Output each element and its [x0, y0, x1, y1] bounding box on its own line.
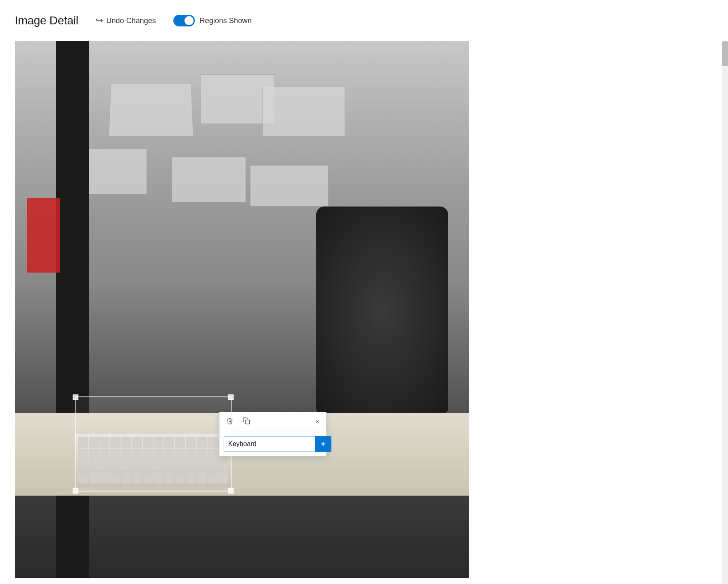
scrollbar-track — [722, 41, 728, 584]
delete-region-button[interactable] — [225, 415, 235, 428]
image-canvas: × + — [15, 41, 469, 578]
popup-toolbar: × — [220, 412, 326, 432]
close-popup-button[interactable]: × — [313, 416, 321, 428]
popup-input-row: + — [220, 432, 326, 456]
ceiling-panel-1 — [109, 84, 194, 137]
page-title: Image Detail — [15, 14, 78, 27]
regions-shown-toggle-group: Regions Shown — [173, 15, 252, 26]
undo-changes-label: Undo Changes — [106, 17, 156, 25]
trash-icon — [226, 417, 234, 427]
ceiling-panel-5 — [172, 157, 246, 202]
handle-top-right[interactable] — [228, 394, 234, 400]
scrollbar-thumb[interactable] — [722, 41, 728, 66]
copy-icon — [243, 417, 250, 427]
undo-icon: ↩ — [96, 15, 103, 26]
copy-region-button[interactable] — [241, 415, 252, 428]
svg-rect-0 — [246, 420, 250, 424]
handle-bottom-left[interactable] — [73, 488, 78, 494]
ceiling-panel-4 — [81, 149, 147, 194]
region-selection-box[interactable] — [75, 396, 232, 491]
regions-shown-label: Regions Shown — [200, 17, 252, 25]
regions-shown-toggle[interactable] — [173, 15, 195, 26]
add-label-button[interactable]: + — [315, 436, 331, 452]
handle-top-left[interactable] — [73, 394, 78, 400]
ceiling-panel-3 — [262, 87, 345, 136]
undo-changes-button[interactable]: ↩ Undo Changes — [92, 13, 160, 28]
pillar — [56, 41, 89, 578]
red-sign — [27, 198, 60, 273]
office-chair — [316, 207, 448, 413]
region-label-input[interactable] — [224, 437, 315, 451]
handle-bottom-right[interactable] — [228, 488, 234, 494]
page-header: Image Detail ↩ Undo Changes Regions Show… — [0, 0, 728, 41]
region-label-popup: × + — [219, 412, 326, 456]
ceiling-panel-6 — [250, 165, 329, 207]
toggle-slider — [173, 15, 195, 26]
